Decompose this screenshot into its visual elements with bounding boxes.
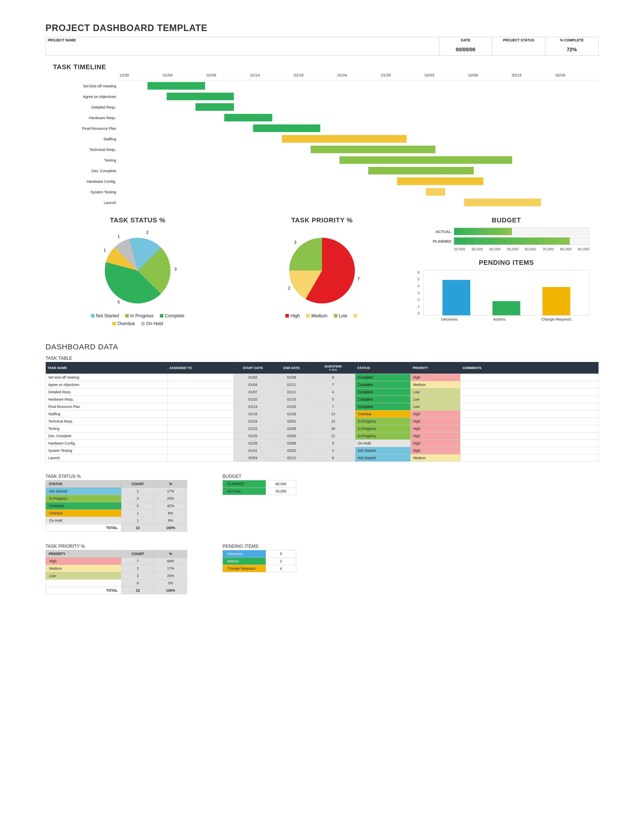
td-name: Low: [46, 572, 121, 580]
th-start: START DATE: [233, 362, 272, 374]
td-status: In Progress: [355, 418, 411, 425]
td-end: 02/01: [272, 418, 311, 425]
gantt-bar: [195, 103, 234, 111]
gantt-bar: [464, 199, 541, 206]
table-row: Final Resource Plan01/1301/207CompleteLo…: [46, 403, 599, 410]
table-row: On Hold18%: [46, 517, 187, 524]
status-value[interactable]: [492, 43, 545, 55]
task-status-pie: 23511: [95, 228, 180, 309]
budget-small-box: PLANNED 80,000 ACTUAL 50,000: [222, 480, 296, 495]
th-ss-count: COUNT: [121, 480, 154, 488]
td-assigned: [167, 374, 233, 381]
td-start: 01/07: [233, 389, 272, 396]
td-comments: [460, 374, 598, 381]
th-priority: PRIORITY: [411, 362, 460, 374]
td-assigned: [167, 403, 233, 410]
td-priority: Medium: [411, 454, 460, 462]
td-name: Hardware Reqs.: [46, 396, 167, 403]
table-row: Overdue18%: [46, 510, 187, 517]
th-ps-count: COUNT: [121, 550, 154, 558]
td-name: Set kick-off meeting: [46, 374, 167, 381]
pie-slice-label: 5: [118, 300, 120, 304]
pending-chart: 0123456: [423, 270, 589, 315]
td-assigned: [167, 454, 233, 462]
gantt-row: [119, 80, 599, 91]
td-start: 01/16: [233, 410, 272, 418]
td-count: 7: [121, 558, 154, 565]
td-name: Complete: [46, 502, 121, 510]
gantt-task-label: Detailed Reqs.: [53, 102, 119, 113]
gantt-row: [119, 176, 599, 187]
td-priority: High: [411, 433, 460, 440]
td-status: In Progress: [355, 425, 411, 433]
date-value[interactable]: 00/00/00: [439, 43, 492, 55]
task-priority-small-title: TASK PRIORITY %: [45, 544, 187, 549]
gantt-task-label: Hardware Config.: [53, 176, 119, 187]
gantt-bar: [397, 177, 483, 185]
legend-in-progress: In Progress: [125, 312, 153, 320]
table-row: Agree on objectives01/0401/117CompleteMe…: [46, 381, 599, 389]
gantt-task-label: Technical Reqs.: [53, 144, 119, 155]
gantt-task-label: Launch: [53, 197, 119, 208]
td-start: 01/28: [233, 440, 272, 447]
gantt-tick: 12/30: [119, 73, 163, 80]
budget-tick: 80,000: [560, 247, 572, 251]
th-ss-pct: %: [154, 480, 187, 488]
gantt-bar: [282, 135, 407, 143]
td-name: Overdue: [46, 510, 121, 517]
charts-row: TASK STATUS % 23511 Not Started In Progr…: [45, 215, 599, 327]
td-status: On Hold: [355, 440, 411, 447]
td-assigned: [167, 447, 233, 454]
td-priority: High: [411, 440, 460, 447]
table-row: High758%: [46, 558, 187, 565]
td-name: Staffing: [46, 410, 167, 418]
gantt-tick: 01/29: [380, 73, 424, 80]
td-pct: 42%: [154, 502, 187, 510]
td-comments: [460, 433, 598, 440]
gantt-row: [119, 197, 599, 208]
task-table-header-row: TASK NAME ASSIGNED TO START DATE END DAT…: [46, 362, 599, 374]
pie-slice-label: 7: [357, 277, 360, 281]
budget-actual-label: ACTUAL: [223, 488, 266, 495]
td-comments: [460, 440, 598, 447]
td-duration: 9: [311, 440, 355, 447]
th-ss-status: STATUS: [46, 480, 121, 488]
gantt-row: [119, 91, 599, 102]
td-comments: [460, 381, 598, 389]
td-comments: [460, 396, 598, 403]
project-name-value[interactable]: [46, 43, 439, 55]
budget-planned-value: 80,000: [266, 480, 296, 487]
td-priority: Low: [411, 389, 460, 396]
pie-slice-label: 2: [288, 286, 290, 290]
pending-bar-decisions: [443, 280, 470, 315]
task-priority-title: TASK PRIORITY %: [230, 216, 414, 224]
gantt-tick: 02/18: [555, 73, 599, 80]
table-row: In Progress325%: [46, 495, 187, 502]
pie-slice-label: 1: [118, 234, 120, 238]
gantt-tick: 02/08: [468, 73, 511, 80]
table-row: Medium217%: [46, 565, 187, 572]
td-name: Agree on objectives: [46, 381, 167, 389]
gantt-bar: [311, 146, 435, 153]
task-priority-chart: TASK PRIORITY % 723 High Medium Low: [230, 215, 414, 327]
td-name: High: [46, 558, 121, 565]
td-count: 5: [121, 502, 154, 510]
complete-value: 72%: [545, 43, 598, 55]
budget-planned-bar: PLANNED: [423, 237, 589, 245]
project-header: PROJECT NAME DATE 00/00/00 PROJECT STATU…: [45, 37, 599, 56]
td-name: Not Started: [46, 488, 121, 495]
th-end: END DATE: [272, 362, 311, 374]
budget-actual-bar: ACTUAL: [423, 228, 589, 235]
td-priority: High: [411, 447, 460, 454]
legend-complete: Complete: [160, 312, 184, 320]
td-end: 01/29: [272, 410, 311, 418]
td-pct: 8%: [154, 510, 187, 517]
td-status: Not Started: [355, 454, 411, 462]
table-row: Hardware Config.01/2802/069On HoldHigh: [46, 440, 599, 447]
pending-y-tick: 0: [418, 311, 420, 315]
td-assigned: [167, 410, 233, 418]
td-priority: High: [411, 374, 460, 381]
pending-y-tick: 5: [418, 277, 420, 281]
td-priority: Medium: [411, 381, 460, 389]
total-pct: 100%: [154, 524, 187, 532]
